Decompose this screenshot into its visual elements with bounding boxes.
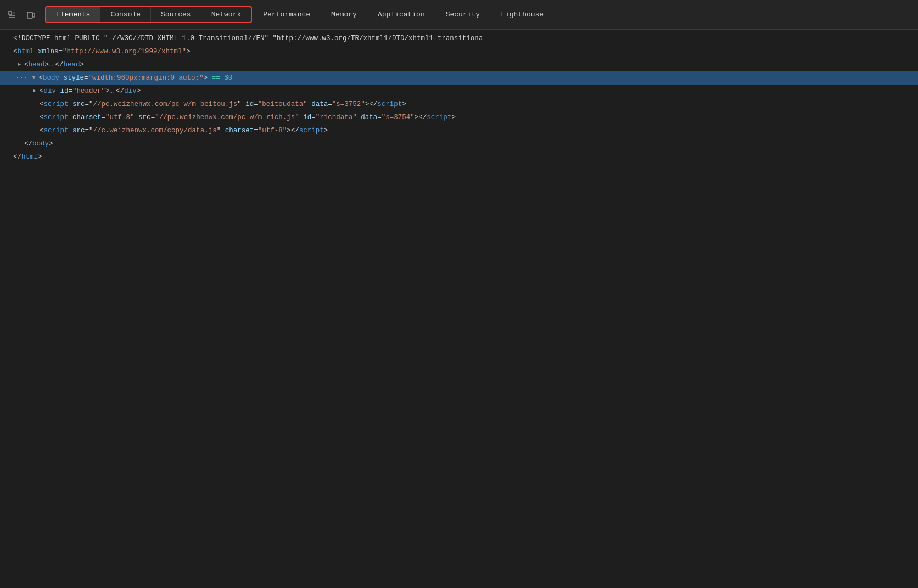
toolbar-icons: [4, 7, 38, 23]
expand-arrow[interactable]: [30, 74, 38, 82]
tab-elements[interactable]: Elements: [46, 7, 100, 22]
tab-security[interactable]: Security: [436, 7, 490, 22]
table-row[interactable]: </html>: [0, 150, 918, 164]
expand-arrow[interactable]: [15, 61, 23, 69]
table-row[interactable]: <script src="//pc.weizhenwx.com/pc_w/m_b…: [0, 98, 918, 111]
tab-memory[interactable]: Memory: [321, 7, 367, 22]
tab-performance[interactable]: Performance: [253, 7, 320, 22]
svg-rect-0: [9, 12, 12, 14]
table-row[interactable]: </body>: [0, 137, 918, 150]
table-row[interactable]: <html xmlns="http://www.w3.org/1999/xhtm…: [0, 45, 918, 58]
svg-rect-5: [33, 13, 35, 17]
primary-tab-group: Elements Console Sources Network: [45, 6, 252, 23]
table-row[interactable]: ··· <body style="width:960px;margin:0 au…: [0, 71, 918, 85]
elements-panel: <!DOCTYPE html PUBLIC "-//W3C//DTD XHTML…: [0, 30, 918, 166]
table-row[interactable]: <div id="header">…</div>: [0, 85, 918, 98]
table-row[interactable]: <script src="//c.weizhenwx.com/copy/data…: [0, 124, 918, 137]
tab-console[interactable]: Console: [100, 7, 151, 22]
device-toolbar-button[interactable]: [23, 7, 38, 23]
svg-rect-4: [27, 12, 32, 18]
table-row[interactable]: <script charset="utf-8" src="//pc.weizhe…: [0, 111, 918, 124]
expand-arrow[interactable]: [31, 87, 38, 95]
tab-lighthouse[interactable]: Lighthouse: [491, 7, 553, 22]
tab-sources[interactable]: Sources: [151, 7, 201, 22]
tab-application[interactable]: Application: [368, 7, 435, 22]
devtools-tab-bar: Elements Console Sources Network Perform…: [0, 0, 918, 30]
table-row[interactable]: <!DOCTYPE html PUBLIC "-//W3C//DTD XHTML…: [0, 32, 918, 45]
tab-network[interactable]: Network: [201, 7, 251, 22]
table-row[interactable]: <head>…</head>: [0, 58, 918, 71]
node-dots: ···: [15, 72, 28, 83]
inspect-element-button[interactable]: [4, 7, 20, 23]
